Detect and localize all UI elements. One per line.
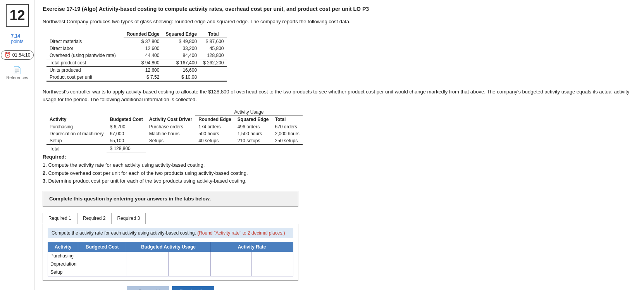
answer-table: Activity Budgeted Cost Budgeted Activity… <box>48 242 293 276</box>
act-col-rounded: Rounded Edge <box>195 116 234 123</box>
row-product-cost-unit-rounded: $ 7.52 <box>124 74 163 81</box>
act-purchasing-cost: $ 6,700 <box>107 123 146 131</box>
act-setup-cost: 55,100 <box>107 137 146 145</box>
ans-depreciation-rate-input1[interactable] <box>211 260 252 268</box>
ans-purchasing-rate-input1[interactable] <box>211 252 252 260</box>
row-product-cost-unit-squared: $ 10.08 <box>162 74 200 81</box>
ans-col-budgeted-activity-usage: Budgeted Activity Usage <box>126 242 211 252</box>
required-item-2: Compute overhead cost per unit for each … <box>48 170 248 176</box>
ans-setup-usage-input1[interactable] <box>126 268 168 276</box>
round-note: (Round "Activity rate" to 2 decimal plac… <box>197 230 285 236</box>
ans-depreciation-cost-cell[interactable] <box>78 260 126 268</box>
ans-depreciation-usage-input2[interactable] <box>169 260 210 268</box>
sidebar: 12 7.14 points ⏰ 01:54:10 📄 References <box>0 0 35 290</box>
col-squared-edge: Squared Edge <box>162 31 200 38</box>
row-direct-labor-total: 45,800 <box>200 45 227 52</box>
act-setup-rounded: 40 setups <box>195 137 234 145</box>
row-units-label: Units produced <box>46 67 124 74</box>
timer-box: ⏰ 01:54:10 <box>1 50 34 60</box>
next-button[interactable]: Required 2 > <box>172 286 214 290</box>
row-units-rounded: 12,600 <box>124 67 163 74</box>
references-icon: 📄 <box>13 66 21 74</box>
act-depreciation-total: 2,000 hours <box>272 130 302 137</box>
ans-purchasing-usage-input1[interactable] <box>126 252 168 260</box>
ans-depreciation-usage-cell2[interactable] <box>169 260 211 268</box>
ans-purchasing-usage-input2[interactable] <box>169 252 210 260</box>
problem-number: 12 <box>6 4 29 27</box>
activity-usage-group-header: Activity Usage <box>195 109 303 116</box>
row-direct-labor-squared: 33,200 <box>162 45 200 52</box>
table-row: Setup <box>48 268 293 276</box>
act-col-activity: Activity <box>46 116 107 123</box>
col-rounded-edge: Rounded Edge <box>124 31 163 38</box>
row-overhead-total: 128,800 <box>200 52 227 59</box>
act-col-total: Total <box>272 116 302 123</box>
ans-purchasing-cost-input[interactable] <box>78 252 126 260</box>
ans-depreciation-usage-cell1[interactable] <box>126 260 169 268</box>
ans-purchasing-rate-cell2[interactable] <box>252 252 293 260</box>
row-units-squared: 16,600 <box>162 67 200 74</box>
ans-setup-usage-cell1[interactable] <box>126 268 169 276</box>
exercise-title: Exercise 17-19 (Algo) Activity-based cos… <box>43 5 636 13</box>
row-direct-labor-rounded: 12,600 <box>124 45 163 52</box>
ans-col-activity: Activity <box>48 242 78 252</box>
description1: Northwest Company produces two types of … <box>43 18 636 26</box>
table-row: Purchasing <box>48 252 293 260</box>
ans-purchasing-rate-input2[interactable] <box>252 252 293 260</box>
ans-setup-cost-cell[interactable] <box>78 268 126 276</box>
tab-required-3[interactable]: Required 3 <box>111 213 146 224</box>
ans-depreciation-rate-cell1[interactable] <box>210 260 252 268</box>
row-total-product-cost-rounded: $ 94,800 <box>124 59 163 67</box>
row-overhead-rounded: 44,400 <box>124 52 163 59</box>
ans-setup-rate-input2[interactable] <box>252 268 293 276</box>
row-direct-materials-total: $ 87,600 <box>200 38 227 45</box>
act-setup-driver: Setups <box>146 137 195 145</box>
instruction-bar: Compute the activity rate for each activ… <box>48 228 293 238</box>
ans-setup-rate-input1[interactable] <box>211 268 252 276</box>
references-label: References <box>6 75 28 80</box>
ans-depreciation-rate-cell2[interactable] <box>252 260 293 268</box>
ans-setup-rate-cell1[interactable] <box>210 268 252 276</box>
row-overhead-label: Overhead (using plantwide rate) <box>46 52 124 59</box>
act-purchasing-driver: Purchase orders <box>146 123 195 131</box>
ans-setup-label: Setup <box>48 268 78 276</box>
ans-purchasing-rate-cell1[interactable] <box>210 252 252 260</box>
prev-button[interactable]: < Required 1 <box>127 286 169 290</box>
ans-col-activity-rate: Activity Rate <box>210 242 293 252</box>
complete-box: Complete this question by entering your … <box>43 191 298 207</box>
row-product-cost-unit-label: Product cost per unit <box>46 74 124 81</box>
instruction-text: Compute the activity rate for each activ… <box>52 230 196 236</box>
act-total-cost: $ 128,800 <box>107 145 146 153</box>
ans-col-budgeted-cost: Budgeted Cost <box>78 242 126 252</box>
ans-setup-rate-cell2[interactable] <box>252 268 293 276</box>
main-content: Exercise 17-19 (Algo) Activity-based cos… <box>35 0 644 290</box>
required-item-3: Determine product cost per unit for each… <box>48 178 246 184</box>
act-setup-total: 250 setups <box>272 137 302 145</box>
ans-purchasing-cost-cell[interactable] <box>78 252 126 260</box>
act-purchasing-squared: 496 orders <box>234 123 272 131</box>
row-total-product-cost-total: $ 262,200 <box>200 59 227 67</box>
ans-depreciation-cost-input[interactable] <box>78 260 126 268</box>
row-overhead-squared: 84,400 <box>162 52 200 59</box>
table-row: Depreciation <box>48 260 293 268</box>
description2: Northwest's controller wants to apply ac… <box>43 88 636 103</box>
tab-required-2[interactable]: Required 2 <box>77 213 112 224</box>
timer-value: 01:54:10 <box>12 52 31 58</box>
act-total-label: Total <box>46 145 107 153</box>
points-label: 7.14 <box>11 33 23 39</box>
tab-required-1[interactable]: Required 1 <box>43 213 77 224</box>
required-item-3-bold: 3. <box>43 178 47 184</box>
ans-depreciation-usage-input1[interactable] <box>126 260 168 268</box>
cost-data-table: Rounded Edge Squared Edge Total Direct m… <box>46 31 227 82</box>
ans-setup-cost-input[interactable] <box>78 268 126 276</box>
ans-purchasing-usage-cell2[interactable] <box>169 252 211 260</box>
act-depreciation-cost: 67,000 <box>107 130 146 137</box>
tab-content: Compute the activity rate for each activ… <box>43 224 298 281</box>
ans-setup-usage-input2[interactable] <box>169 268 210 276</box>
references-box[interactable]: 📄 References <box>6 66 28 80</box>
ans-setup-usage-cell2[interactable] <box>169 268 211 276</box>
ans-purchasing-usage-cell1[interactable] <box>126 252 169 260</box>
ans-depreciation-rate-input2[interactable] <box>252 260 293 268</box>
act-depreciation-label: Depreciation of machinery <box>46 130 107 137</box>
row-total-product-cost-label: Total product cost <box>46 59 124 67</box>
